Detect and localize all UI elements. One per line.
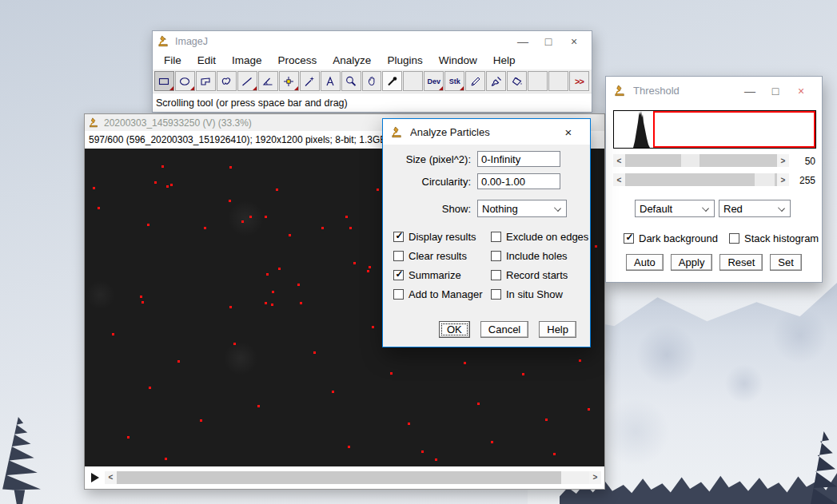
size-input[interactable]: 0-Infinity [477,151,560,167]
checkbox-icon[interactable] [491,251,501,261]
threshold-titlebar[interactable]: Threshold — □ × [606,77,822,105]
particle-dot [200,419,202,422]
zoom-tool-icon[interactable] [341,71,361,91]
wand-tool-icon[interactable] [300,71,320,91]
angle-tool-icon[interactable] [258,71,278,91]
image-window-icon [89,117,99,128]
scroll-left-icon[interactable]: < [105,471,117,484]
display-dropdown[interactable]: Red [719,200,791,217]
scrollbar-thumb[interactable] [117,471,561,484]
menu-help[interactable]: Help [485,53,524,68]
brush-tool-icon[interactable] [486,71,506,91]
scrollbar-track[interactable] [117,471,589,484]
close-icon[interactable]: × [555,125,582,139]
threshold-min-scrollbar[interactable]: < > [613,154,789,167]
scroll-right-icon[interactable]: > [777,173,789,186]
checkbox-icon[interactable] [624,233,634,244]
show-dropdown[interactable]: Nothing [477,200,567,217]
minimize-icon[interactable]: — [737,85,763,97]
menu-window[interactable]: Window [431,53,485,68]
maximize-icon[interactable]: □ [763,85,788,97]
checkbox-add-to-manager[interactable]: Add to Manager [393,288,491,300]
maximize-icon[interactable]: □ [536,35,561,48]
toolbar-spacer[interactable] [548,71,568,91]
particle-dot [345,216,348,218]
method-dropdown[interactable]: Default [635,200,715,217]
chevron-down-icon [554,204,561,212]
particle-dot [141,301,144,304]
menu-file[interactable]: File [156,53,189,68]
checkbox-summarize[interactable]: Summarize [393,269,491,281]
minimize-icon[interactable]: — [510,35,536,48]
checkbox-exclude-on-edges[interactable]: Exclude on edges [491,231,590,243]
circularity-field-row: Circularity: 0.00-1.00 [383,173,590,189]
freehand-tool-icon[interactable] [217,71,237,91]
checkbox-in-situ-show[interactable]: In situ Show [491,288,590,300]
particle-dot [297,284,300,286]
set-button[interactable]: Set [770,254,802,271]
checkbox-icon[interactable] [729,233,739,244]
stk-tool-button[interactable]: Stk [444,71,464,91]
dev-tool-button[interactable]: Dev [424,71,444,91]
pencil-tool-icon[interactable] [465,71,485,91]
color-picker-tool-icon[interactable] [382,71,402,91]
rectangle-tool-icon[interactable] [154,71,174,91]
apply-button[interactable]: Apply [671,254,713,271]
analyze-particles-titlebar[interactable]: Analyze Particles × [383,119,590,145]
checkbox-icon[interactable] [491,289,501,300]
menu-process[interactable]: Process [270,53,325,68]
scroll-right-icon[interactable]: > [777,154,789,167]
scrollbar-thumb[interactable] [755,173,775,186]
checkbox-dark-background[interactable]: Dark background [624,232,718,244]
hand-tool-icon[interactable] [362,71,382,91]
reset-button[interactable]: Reset [719,254,763,271]
checkbox-stack-histogram[interactable]: Stack histogram [729,232,819,244]
ok-button[interactable]: OK [439,321,470,338]
checkbox-icon[interactable] [393,289,404,300]
close-icon[interactable]: × [561,35,587,48]
threshold-max-scrollbar[interactable]: < > [613,173,789,186]
scrollbar-track[interactable] [625,154,777,167]
scroll-left-icon[interactable]: < [613,154,625,167]
scrollbar-thumb[interactable] [681,154,699,167]
checkbox-clear-results[interactable]: Clear results [393,250,491,262]
menu-plugins[interactable]: Plugins [379,53,430,68]
point-tool-icon[interactable] [279,71,299,91]
play-icon[interactable] [91,473,99,482]
more-tools-button[interactable]: >> [569,71,589,91]
tool-bar: Dev Stk >> [153,69,592,93]
checkbox-icon[interactable] [491,232,501,242]
help-button[interactable]: Help [539,321,576,338]
toolbar-spacer[interactable] [403,71,423,91]
scroll-left-icon[interactable]: < [613,173,625,186]
scrollbar-track[interactable] [625,173,777,186]
scroll-right-icon[interactable]: > [589,471,601,484]
checkbox-icon[interactable] [393,232,404,242]
threshold-min-value: 50 [788,156,815,167]
toolbar-spacer[interactable] [528,71,548,91]
polygon-tool-icon[interactable] [196,71,216,91]
checkbox-include-holes[interactable]: Include holes [491,250,590,262]
checkbox-icon[interactable] [393,270,404,280]
particle-dot [154,181,157,184]
oval-tool-icon[interactable] [175,71,195,91]
particle-dot [147,224,149,226]
imagej-titlebar[interactable]: ImageJ — □ × [153,31,592,51]
checkbox-icon[interactable] [393,251,404,261]
cancel-button[interactable]: Cancel [480,321,528,338]
checkbox-record-starts[interactable]: Record starts [491,269,590,281]
particle-dot [166,185,169,188]
close-icon[interactable]: × [788,85,814,97]
menu-analyze[interactable]: Analyze [325,53,379,68]
text-tool-icon[interactable] [321,71,341,91]
window-title: ImageJ [175,36,208,47]
image-horizontal-scrollbar[interactable]: < > [105,471,601,484]
auto-button[interactable]: Auto [626,254,664,271]
circularity-input[interactable]: 0.00-1.00 [477,173,560,189]
line-tool-icon[interactable] [237,71,257,91]
checkbox-icon[interactable] [491,270,501,280]
menu-image[interactable]: Image [224,53,270,68]
checkbox-display-results[interactable]: Display results [393,231,491,243]
fill-tool-icon[interactable] [507,71,527,91]
menu-edit[interactable]: Edit [189,53,224,68]
